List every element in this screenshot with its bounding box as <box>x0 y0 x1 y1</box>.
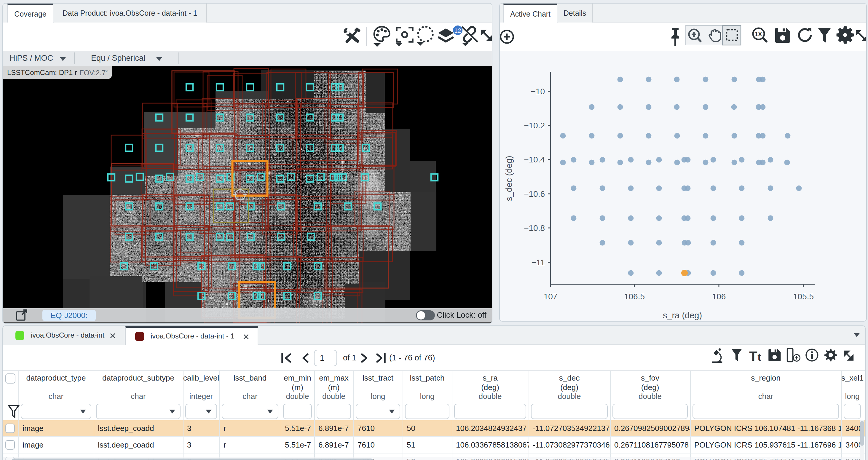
svg-text:−10: −10 <box>531 87 545 96</box>
svg-text:s_dec (deg): s_dec (deg) <box>504 156 514 201</box>
svg-text:106: 106 <box>712 292 726 301</box>
svg-text:T: T <box>749 349 757 363</box>
svg-text:s_ra (deg): s_ra (deg) <box>663 311 702 320</box>
svg-text:1X: 1X <box>755 31 762 37</box>
svg-text:105.5: 105.5 <box>793 292 814 301</box>
svg-text:t: t <box>757 351 761 363</box>
svg-text:−10.6: −10.6 <box>524 189 545 198</box>
svg-text:−11: −11 <box>531 258 545 267</box>
svg-text:−10.2: −10.2 <box>524 121 545 130</box>
svg-text:−10.8: −10.8 <box>524 223 545 233</box>
svg-text:106.5: 106.5 <box>624 292 645 301</box>
svg-text:−10.4: −10.4 <box>524 155 545 164</box>
svg-text:107: 107 <box>544 292 558 301</box>
svg-text:12: 12 <box>454 27 461 34</box>
